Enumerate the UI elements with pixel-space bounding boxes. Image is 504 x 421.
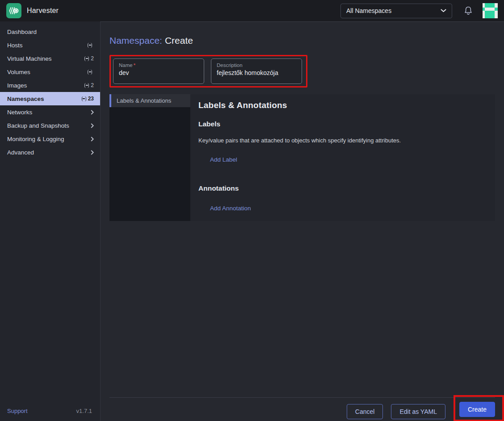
description-field-label: Description [217,63,296,68]
top-header: Harvester All Namespaces [0,0,504,21]
app-title: Harvester [27,7,59,15]
panel-heading: Labels & Annotations [198,100,487,110]
cancel-button[interactable]: Cancel [347,404,383,419]
tab-labels-annotations[interactable]: Labels & Annotations [109,94,190,107]
add-label-button[interactable]: Add Label [210,156,237,163]
count-badge-icon [84,56,89,61]
description-field[interactable]: Description [211,58,302,84]
required-asterisk: * [134,63,135,68]
annotation-box-fields: Name* Description [109,55,307,88]
labels-heading: Labels [198,120,487,128]
namespace-filter-value: All Namespaces [346,7,441,14]
support-link[interactable]: Support [7,408,28,414]
main-content: Namespace:Create Name* Description [101,21,504,421]
harvester-logo-icon[interactable] [6,3,21,18]
version-label: v1.7.1 [76,408,92,414]
labels-annotations-panel: Labels & Annotations Labels & Annotation… [109,94,495,221]
add-annotation-button[interactable]: Add Annotation [210,205,251,212]
sidebar-item-dashboard[interactable]: Dashboard [0,25,100,38]
chevron-right-icon [91,150,94,155]
chevron-down-icon [441,9,446,13]
sidebar-item-hosts[interactable]: Hosts [0,38,100,52]
tab-column: Labels & Annotations [109,94,190,221]
name-field-label: Name [119,63,133,68]
harvester-app: Harvester All Namespaces Dashboard [0,0,504,421]
create-button[interactable]: Create [459,402,495,417]
name-field[interactable]: Name* [113,58,204,84]
count-badge-icon [88,43,92,48]
namespace-filter-select[interactable]: All Namespaces [340,4,452,18]
sidebar-item-namespaces[interactable]: Namespaces 23 [0,92,100,105]
user-avatar[interactable] [483,3,498,18]
name-input[interactable] [119,69,198,76]
annotation-box-create: Create [454,395,504,421]
sidebar-nav: Dashboard Hosts Virtual Machines 2 Volum… [0,21,101,421]
count-badge-icon [84,83,89,88]
count-badge-icon [88,70,92,75]
sidebar-item-advanced[interactable]: Advanced [0,146,100,159]
sidebar-item-volumes[interactable]: Volumes [0,65,100,79]
chevron-right-icon [91,110,94,115]
sidebar-item-virtual-machines[interactable]: Virtual Machines 2 [0,52,100,65]
page-title-resource: Namespace: [109,35,162,46]
count-badge-icon [82,96,86,101]
sidebar-item-networks[interactable]: Networks [0,105,100,119]
chevron-right-icon [91,137,94,142]
notifications-bell-icon[interactable] [464,6,473,16]
labels-description: Key/value pairs that are attached to obj… [198,137,487,144]
footer-actions: Cancel Edit as YAML Create [109,397,495,421]
edit-as-yaml-button[interactable]: Edit as YAML [391,404,445,419]
page-title-action: Create [165,35,193,46]
chevron-right-icon [91,123,94,128]
annotations-heading: Annotations [198,184,487,192]
sidebar-item-backup-and-snapshots[interactable]: Backup and Snapshots [0,119,100,132]
description-input[interactable] [217,69,296,76]
panel-content: Labels & Annotations Labels Key/value pa… [190,94,495,221]
sidebar-item-monitoring-logging[interactable]: Monitoring & Logging [0,132,100,146]
sidebar-item-images[interactable]: Images 2 [0,79,100,92]
page-title: Namespace:Create [109,35,495,46]
